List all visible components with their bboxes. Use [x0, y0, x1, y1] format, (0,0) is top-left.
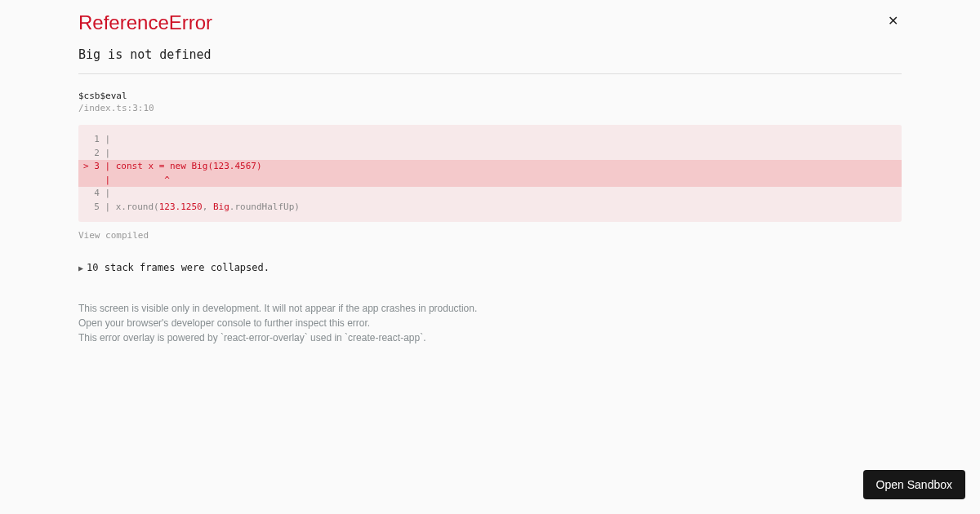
code-text: ) — [256, 161, 262, 171]
code-snippet: 1 | 2 | > 3 | const x = new Big(123.4567… — [78, 125, 902, 222]
gutter: 5 | — [83, 202, 116, 212]
footer-line: This screen is visible only in developme… — [78, 301, 902, 316]
collapsed-frames-toggle[interactable]: ▶10 stack frames were collapsed. — [78, 262, 902, 273]
open-sandbox-button[interactable]: Open Sandbox — [863, 470, 965, 499]
identifier-big: Big — [213, 202, 229, 212]
code-text: x = — [143, 161, 170, 171]
overlay-header: ReferenceError ✕ — [78, 11, 902, 34]
gutter: > 3 | — [83, 161, 116, 171]
identifier-big: Big — [192, 161, 208, 171]
close-icon[interactable]: ✕ — [884, 11, 902, 31]
code-text: .roundHalfUp) — [229, 202, 300, 212]
divider — [78, 73, 902, 74]
collapsed-frames-label: 10 stack frames were collapsed. — [87, 262, 270, 273]
code-text: ( — [207, 161, 213, 171]
disclosure-triangle-icon: ▶ — [78, 264, 83, 273]
caret-line: | ^ — [78, 174, 902, 188]
view-compiled-link[interactable]: View compiled — [78, 230, 902, 241]
number-literal: 123.1250 — [159, 202, 203, 212]
footer-line: Open your browser's developer console to… — [78, 316, 902, 330]
keyword-const: const — [116, 161, 143, 171]
highlighted-line: > 3 | const x = new Big(123.4567) — [78, 160, 902, 174]
error-message: Big is not defined — [78, 47, 902, 62]
keyword-new: new — [170, 161, 186, 171]
footer-line: This error overlay is powered by `react-… — [78, 330, 902, 345]
frame-header: $csb$eval /index.ts:3:10 — [78, 91, 902, 113]
error-overlay: ReferenceError ✕ Big is not defined $csb… — [0, 0, 980, 345]
error-type: ReferenceError — [78, 11, 212, 34]
code-text — [186, 161, 192, 171]
code-text: x.round( — [116, 202, 159, 212]
frame-file-link[interactable]: /index.ts:3:10 — [78, 103, 902, 113]
overlay-footer: This screen is visible only in developme… — [78, 301, 902, 345]
gutter: 1 | — [83, 134, 116, 144]
gutter: 2 | — [83, 148, 116, 158]
code-text: , — [203, 202, 213, 212]
number-literal: 123.4567 — [213, 161, 256, 171]
gutter: 4 | — [83, 188, 116, 198]
gutter: | — [83, 175, 116, 185]
frame-function: $csb$eval — [78, 91, 902, 101]
caret: ^ — [116, 175, 170, 185]
